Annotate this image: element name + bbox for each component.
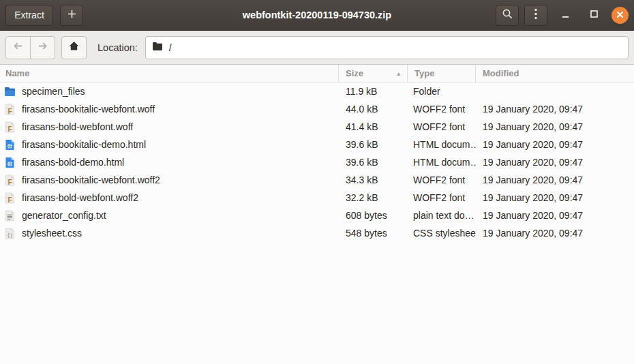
maximize-icon	[589, 9, 599, 22]
file-name: firasans-bookitalic-demo.html	[22, 139, 146, 150]
table-row[interactable]: Ffirasans-bookitalic-webfont.woff44.0 kB…	[0, 100, 634, 118]
file-name: firasans-bookitalic-webfont.woff2	[22, 175, 160, 185]
maximize-button[interactable]	[584, 5, 603, 25]
svg-text:F: F	[7, 196, 12, 203]
arrow-left-icon	[12, 40, 24, 55]
minimize-button[interactable]	[556, 5, 575, 25]
svg-text:F: F	[7, 107, 12, 115]
window-title: webfontkit-20200119-094730.zip	[243, 10, 391, 20]
table-row[interactable]: firasans-bookitalic-demo.html39.6 kBHTML…	[0, 136, 634, 153]
file-modified: 19 January 2020, 09:47	[476, 139, 634, 150]
html-file-icon	[4, 157, 16, 168]
home-icon	[68, 40, 80, 55]
html-file-icon	[4, 139, 16, 151]
table-row[interactable]: Ffirasans-bold-webfont.woff232.2 kBWOFF2…	[0, 189, 634, 207]
arrow-right-icon	[37, 40, 48, 55]
font-file-icon: F	[4, 175, 16, 186]
svg-text:{:}: {:}	[7, 232, 12, 238]
folder-icon	[152, 42, 163, 53]
text-file-icon	[4, 210, 16, 222]
add-files-button[interactable]	[60, 5, 83, 26]
column-header-size-label: Size	[346, 68, 363, 78]
location-input[interactable]: /	[145, 36, 629, 59]
file-size: 11.9 kB	[339, 86, 408, 97]
file-size: 32.2 kB	[339, 192, 408, 203]
file-name: stylesheet.css	[22, 228, 82, 239]
close-icon	[616, 9, 624, 21]
extract-button[interactable]: Extract	[5, 5, 53, 26]
table-row[interactable]: specimen_files11.9 kBFolder	[0, 82, 634, 100]
file-size: 39.6 kB	[339, 157, 408, 168]
close-button[interactable]	[612, 7, 629, 24]
navigation-toolbar: Location: /	[0, 31, 634, 65]
file-modified: 19 January 2020, 09:47	[476, 192, 634, 203]
svg-text:F: F	[7, 125, 12, 132]
search-button[interactable]	[496, 5, 519, 26]
back-button[interactable]	[5, 36, 31, 59]
file-type: WOFF2 font	[408, 121, 476, 132]
file-type: HTML docum…	[408, 139, 476, 150]
file-type: WOFF2 font	[408, 192, 476, 203]
file-type: WOFF2 font	[408, 175, 476, 185]
file-name: firasans-bold-demo.html	[22, 157, 124, 168]
file-size: 548 bytes	[339, 228, 408, 239]
menu-dots-icon	[534, 8, 537, 22]
column-header-size[interactable]: Size ▴	[339, 65, 408, 82]
column-header-name[interactable]: Name	[0, 65, 339, 82]
table-row[interactable]: firasans-bold-demo.html39.6 kBHTML docum…	[0, 153, 634, 171]
file-name: specimen_files	[22, 86, 85, 97]
column-header-type[interactable]: Type	[408, 65, 476, 82]
file-list: specimen_files11.9 kBFolderFfirasans-boo…	[0, 82, 634, 364]
table-row[interactable]: generator_config.txt608 bytesplain text …	[0, 207, 634, 224]
plus-icon	[67, 9, 77, 21]
file-modified: 19 January 2020, 09:47	[476, 210, 634, 221]
file-name: firasans-bold-webfont.woff2	[22, 192, 138, 203]
file-name: firasans-bookitalic-webfont.woff	[22, 104, 155, 115]
file-modified: 19 January 2020, 09:47	[476, 157, 634, 168]
home-button[interactable]	[61, 36, 87, 59]
table-row[interactable]: {:}stylesheet.css548 bytesCSS stylesheet…	[0, 224, 634, 242]
column-header-modified[interactable]: Modified	[476, 65, 634, 82]
file-type: Folder	[408, 86, 476, 97]
file-size: 608 bytes	[339, 210, 408, 221]
titlebar: Extract webfontkit-20200119-094730.zip	[0, 0, 634, 31]
column-header-row: Name Size ▴ Type Modified	[0, 65, 634, 82]
file-modified: 19 January 2020, 09:47	[476, 104, 634, 115]
sort-ascending-icon: ▴	[397, 70, 400, 77]
file-type: HTML docum…	[408, 157, 476, 168]
font-file-icon: F	[4, 121, 16, 133]
font-file-icon: F	[4, 104, 16, 115]
file-size: 39.6 kB	[339, 139, 408, 150]
table-row[interactable]: Ffirasans-bookitalic-webfont.woff234.3 k…	[0, 171, 634, 189]
location-label: Location:	[97, 42, 138, 53]
file-size: 44.0 kB	[339, 104, 408, 115]
file-size: 34.3 kB	[339, 175, 408, 185]
archive-manager-window: Extract webfontkit-20200119-094730.zip	[0, 0, 634, 364]
file-modified: 19 January 2020, 09:47	[476, 121, 634, 132]
file-type: plain text do…	[408, 210, 476, 221]
forward-button[interactable]	[30, 36, 55, 59]
svg-text:F: F	[7, 178, 12, 185]
folder-icon	[4, 86, 16, 97]
file-modified: 19 January 2020, 09:47	[476, 228, 634, 239]
file-name: generator_config.txt	[22, 210, 106, 221]
menu-button[interactable]	[524, 5, 547, 26]
table-row[interactable]: Ffirasans-bold-webfont.woff41.4 kBWOFF2 …	[0, 118, 634, 136]
font-file-icon: F	[4, 192, 16, 204]
css-file-icon: {:}	[4, 228, 16, 239]
location-path: /	[169, 42, 172, 53]
search-icon	[502, 8, 513, 22]
file-name: firasans-bold-webfont.woff	[22, 121, 133, 132]
file-type: WOFF2 font	[408, 104, 476, 115]
file-type: CSS stylesheet	[408, 228, 476, 239]
minimize-icon	[560, 9, 571, 22]
file-size: 41.4 kB	[339, 121, 408, 132]
file-modified: 19 January 2020, 09:47	[476, 175, 634, 185]
